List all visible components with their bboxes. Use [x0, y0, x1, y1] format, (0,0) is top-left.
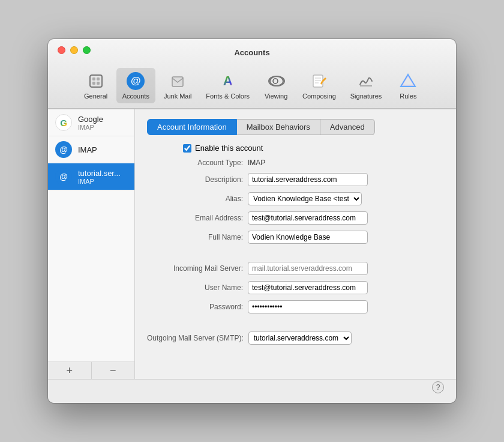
enable-account-checkbox[interactable]: [183, 144, 191, 153]
tab-account-information[interactable]: Account Information: [147, 119, 237, 135]
sidebar-item-google[interactable]: G Google IMAP: [48, 109, 134, 136]
description-label: Description:: [147, 175, 243, 184]
help-button[interactable]: ?: [432, 381, 444, 393]
fonts-colors-label: Fonts & Colors: [206, 92, 250, 100]
general-label: General: [84, 92, 107, 100]
fonts-colors-icon: A: [218, 71, 238, 91]
mail-preferences-window: Accounts General @: [48, 39, 456, 403]
svg-marker-14: [401, 74, 415, 86]
tab-mailbox-behaviors[interactable]: Mailbox Behaviors: [237, 119, 320, 135]
description-row: Description:: [147, 173, 444, 186]
password-row: Password:: [147, 300, 444, 313]
password-label: Password:: [147, 303, 243, 311]
toolbar-item-junk-mail[interactable]: Junk Mail: [158, 68, 197, 103]
account-type-row: Account Type: IMAP: [147, 159, 444, 167]
accounts-icon: @: [126, 71, 145, 91]
rules-icon: [398, 71, 418, 91]
sidebar-item-imap[interactable]: @ IMAP: [48, 136, 134, 163]
toolbar-item-fonts-colors[interactable]: A Fonts & Colors: [200, 68, 256, 103]
add-account-button[interactable]: +: [48, 362, 91, 379]
password-input[interactable]: [248, 300, 368, 313]
tutorial-account-name: tutorial.ser...: [78, 169, 127, 178]
imap-account-name: IMAP: [78, 145, 127, 154]
content-area: G Google IMAP @ IMAP @: [48, 109, 456, 379]
account-form: Enable this account Account Type: IMAP D…: [147, 144, 444, 345]
svg-point-8: [273, 79, 278, 83]
alias-row: Alias: Vodien Knowledge Base <test: [147, 192, 444, 205]
fullname-label: Full Name:: [147, 233, 243, 241]
svg-rect-3: [92, 82, 95, 85]
junk-mail-icon: [168, 71, 187, 91]
account-type-value: IMAP: [248, 159, 265, 167]
fullname-row: Full Name:: [147, 231, 444, 244]
general-icon: [86, 71, 106, 91]
tutorial-account-type: IMAP: [78, 178, 127, 185]
accounts-list: G Google IMAP @ IMAP @: [48, 109, 134, 362]
toolbar-item-signatures[interactable]: Signatures: [344, 68, 388, 103]
window-title: Accounts: [58, 48, 446, 57]
incoming-server-input[interactable]: [248, 262, 368, 275]
title-bar: Accounts General @: [48, 39, 456, 109]
email-input[interactable]: [248, 211, 368, 225]
tab-bar: Account Information Mailbox Behaviors Ad…: [147, 119, 444, 135]
tutorial-avatar: @: [55, 168, 72, 185]
enable-account-label: Enable this account: [195, 144, 263, 153]
google-account-name: Google: [78, 115, 127, 124]
smtp-label: Outgoing Mail Server (SMTP):: [147, 334, 244, 342]
sidebar-footer: + −: [48, 362, 134, 379]
signatures-label: Signatures: [350, 92, 382, 100]
svg-rect-1: [92, 77, 95, 80]
google-account-type: IMAP: [78, 124, 127, 131]
minimize-button[interactable]: [70, 46, 78, 54]
toolbar-item-viewing[interactable]: Viewing: [258, 68, 294, 103]
toolbar-item-general[interactable]: General: [78, 68, 114, 103]
viewing-label: Viewing: [265, 92, 287, 100]
description-input[interactable]: [248, 173, 368, 186]
maximize-button[interactable]: [83, 46, 91, 54]
email-label: Email Address:: [147, 214, 243, 222]
remove-account-button[interactable]: −: [91, 362, 135, 379]
sidebar-item-tutorial[interactable]: @ tutorial.ser... IMAP: [48, 163, 134, 190]
composing-label: Composing: [302, 92, 336, 100]
toolbar-item-rules[interactable]: Rules: [390, 68, 426, 103]
google-account-info: Google IMAP: [78, 115, 127, 131]
svg-point-7: [270, 76, 284, 86]
rules-label: Rules: [400, 92, 416, 100]
composing-icon: [310, 71, 329, 91]
close-button[interactable]: [58, 46, 65, 54]
username-label: User Name:: [147, 283, 243, 292]
bottom-bar: ?: [48, 379, 456, 403]
incoming-server-row: Incoming Mail Server:: [147, 262, 444, 275]
alias-label: Alias:: [147, 195, 243, 203]
google-avatar: G: [55, 114, 72, 131]
svg-point-6: [269, 76, 283, 86]
svg-rect-5: [172, 77, 183, 86]
viewing-icon: [266, 71, 286, 91]
imap-avatar: @: [55, 141, 72, 158]
accounts-sidebar: G Google IMAP @ IMAP @: [48, 109, 135, 379]
email-row: Email Address:: [147, 211, 444, 225]
signatures-icon: [356, 71, 376, 91]
enable-account-row: Enable this account: [147, 144, 444, 153]
tab-advanced[interactable]: Advanced: [320, 119, 375, 135]
toolbar-item-accounts[interactable]: @ Accounts: [116, 68, 155, 103]
svg-rect-9: [313, 75, 323, 87]
svg-rect-4: [97, 82, 100, 85]
accounts-label: Accounts: [122, 92, 149, 100]
username-row: User Name:: [147, 281, 444, 294]
main-panel: Account Information Mailbox Behaviors Ad…: [135, 109, 456, 379]
fullname-input[interactable]: [248, 231, 368, 244]
svg-rect-0: [90, 75, 102, 87]
smtp-select[interactable]: tutorial.serveraddress.com: [248, 331, 352, 345]
svg-rect-2: [97, 77, 100, 80]
smtp-row: Outgoing Mail Server (SMTP): tutorial.se…: [147, 331, 444, 345]
username-input[interactable]: [248, 281, 368, 294]
imap-account-info: IMAP: [78, 145, 127, 154]
incoming-server-label: Incoming Mail Server:: [147, 264, 243, 273]
alias-select[interactable]: Vodien Knowledge Base <test: [248, 192, 362, 205]
toolbar: General @ Accounts Junk Mail: [58, 63, 446, 108]
account-type-label: Account Type:: [147, 159, 243, 167]
tutorial-account-info: tutorial.ser... IMAP: [78, 169, 127, 185]
toolbar-item-composing[interactable]: Composing: [296, 68, 342, 103]
junk-mail-label: Junk Mail: [164, 92, 191, 100]
